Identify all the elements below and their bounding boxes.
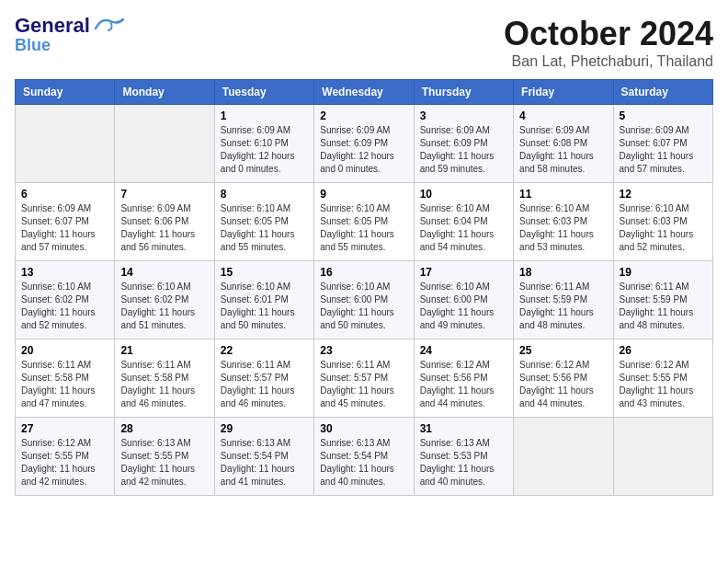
- logo: General Blue: [15, 15, 125, 55]
- calendar-cell: 13Sunrise: 6:10 AMSunset: 6:02 PMDayligh…: [16, 261, 115, 339]
- calendar-cell: 20Sunrise: 6:11 AMSunset: 5:58 PMDayligh…: [16, 339, 115, 418]
- day-number: 10: [420, 188, 507, 201]
- calendar-cell: [613, 418, 712, 496]
- calendar-cell: 5Sunrise: 6:09 AMSunset: 6:07 PMDaylight…: [613, 105, 712, 183]
- day-info: Sunrise: 6:09 AMSunset: 6:07 PMDaylight:…: [620, 124, 707, 176]
- calendar-cell: 26Sunrise: 6:12 AMSunset: 5:55 PMDayligh…: [613, 339, 712, 418]
- day-info: Sunrise: 6:09 AMSunset: 6:09 PMDaylight:…: [320, 124, 407, 176]
- day-number: 11: [519, 188, 607, 201]
- calendar-cell: 15Sunrise: 6:10 AMSunset: 6:01 PMDayligh…: [214, 261, 313, 339]
- day-number: 8: [221, 188, 308, 201]
- calendar-cell: 2Sunrise: 6:09 AMSunset: 6:09 PMDaylight…: [314, 105, 414, 183]
- day-of-week-header: Friday: [514, 80, 613, 105]
- calendar-cell: 7Sunrise: 6:09 AMSunset: 6:06 PMDaylight…: [115, 183, 214, 261]
- day-info: Sunrise: 6:11 AMSunset: 5:58 PMDaylight:…: [120, 359, 208, 410]
- calendar-week-row: 20Sunrise: 6:11 AMSunset: 5:58 PMDayligh…: [16, 339, 713, 418]
- calendar-cell: 19Sunrise: 6:11 AMSunset: 5:59 PMDayligh…: [613, 261, 712, 339]
- day-number: 15: [221, 266, 308, 279]
- day-number: 28: [120, 422, 208, 435]
- day-number: 24: [420, 344, 507, 357]
- day-number: 12: [620, 188, 707, 201]
- day-info: Sunrise: 6:11 AMSunset: 5:57 PMDaylight:…: [221, 359, 308, 410]
- day-info: Sunrise: 6:09 AMSunset: 6:06 PMDaylight:…: [120, 202, 208, 254]
- day-number: 5: [620, 109, 707, 122]
- title-section: October 2024 Ban Lat, Phetchaburi, Thail…: [504, 15, 713, 70]
- day-number: 7: [120, 188, 208, 201]
- calendar-header-row: SundayMondayTuesdayWednesdayThursdayFrid…: [16, 80, 713, 105]
- day-info: Sunrise: 6:10 AMSunset: 6:02 PMDaylight:…: [120, 281, 208, 332]
- day-info: Sunrise: 6:11 AMSunset: 5:59 PMDaylight:…: [620, 281, 707, 332]
- calendar-cell: 27Sunrise: 6:12 AMSunset: 5:55 PMDayligh…: [16, 418, 115, 496]
- calendar-cell: 22Sunrise: 6:11 AMSunset: 5:57 PMDayligh…: [214, 339, 313, 418]
- day-info: Sunrise: 6:10 AMSunset: 6:01 PMDaylight:…: [221, 281, 308, 332]
- day-info: Sunrise: 6:10 AMSunset: 6:03 PMDaylight:…: [519, 202, 607, 254]
- logo-text: General: [15, 15, 90, 37]
- day-info: Sunrise: 6:12 AMSunset: 5:55 PMDaylight:…: [21, 437, 108, 488]
- day-number: 25: [519, 344, 607, 357]
- calendar-cell: 3Sunrise: 6:09 AMSunset: 6:09 PMDaylight…: [414, 105, 513, 183]
- day-number: 27: [21, 422, 108, 435]
- day-number: 9: [320, 188, 407, 201]
- calendar-cell: [115, 105, 214, 183]
- day-info: Sunrise: 6:12 AMSunset: 5:56 PMDaylight:…: [519, 359, 607, 410]
- day-info: Sunrise: 6:10 AMSunset: 6:00 PMDaylight:…: [320, 281, 407, 332]
- day-info: Sunrise: 6:10 AMSunset: 6:04 PMDaylight:…: [420, 202, 507, 254]
- day-of-week-header: Saturday: [613, 80, 712, 105]
- day-of-week-header: Monday: [115, 80, 214, 105]
- day-number: 22: [221, 344, 308, 357]
- day-info: Sunrise: 6:09 AMSunset: 6:10 PMDaylight:…: [221, 124, 308, 176]
- calendar-week-row: 1Sunrise: 6:09 AMSunset: 6:10 PMDaylight…: [16, 105, 713, 183]
- day-of-week-header: Wednesday: [314, 80, 414, 105]
- day-info: Sunrise: 6:12 AMSunset: 5:56 PMDaylight:…: [420, 359, 507, 410]
- day-info: Sunrise: 6:10 AMSunset: 6:05 PMDaylight:…: [320, 202, 407, 254]
- calendar-cell: 11Sunrise: 6:10 AMSunset: 6:03 PMDayligh…: [514, 183, 613, 261]
- day-number: 26: [620, 344, 707, 357]
- day-number: 21: [120, 344, 208, 357]
- calendar-cell: 28Sunrise: 6:13 AMSunset: 5:55 PMDayligh…: [115, 418, 214, 496]
- month-title: October 2024: [504, 15, 713, 53]
- calendar-cell: 16Sunrise: 6:10 AMSunset: 6:00 PMDayligh…: [314, 261, 414, 339]
- calendar-cell: 24Sunrise: 6:12 AMSunset: 5:56 PMDayligh…: [414, 339, 513, 418]
- day-number: 20: [21, 344, 108, 357]
- calendar-cell: 31Sunrise: 6:13 AMSunset: 5:53 PMDayligh…: [414, 418, 513, 496]
- day-info: Sunrise: 6:12 AMSunset: 5:55 PMDaylight:…: [620, 359, 707, 410]
- day-number: 17: [420, 266, 507, 279]
- location-title: Ban Lat, Phetchaburi, Thailand: [504, 53, 713, 70]
- day-info: Sunrise: 6:11 AMSunset: 5:59 PMDaylight:…: [519, 281, 607, 332]
- day-number: 13: [21, 266, 108, 279]
- calendar-cell: 12Sunrise: 6:10 AMSunset: 6:03 PMDayligh…: [613, 183, 712, 261]
- calendar-cell: 29Sunrise: 6:13 AMSunset: 5:54 PMDayligh…: [214, 418, 313, 496]
- calendar-week-row: 6Sunrise: 6:09 AMSunset: 6:07 PMDaylight…: [16, 183, 713, 261]
- calendar-cell: 6Sunrise: 6:09 AMSunset: 6:07 PMDaylight…: [16, 183, 115, 261]
- day-of-week-header: Thursday: [414, 80, 513, 105]
- calendar-cell: 30Sunrise: 6:13 AMSunset: 5:54 PMDayligh…: [314, 418, 414, 496]
- day-info: Sunrise: 6:13 AMSunset: 5:54 PMDaylight:…: [320, 437, 407, 488]
- day-info: Sunrise: 6:10 AMSunset: 6:02 PMDaylight:…: [21, 281, 108, 332]
- day-number: 23: [320, 344, 407, 357]
- logo-blue-text: Blue: [15, 37, 51, 55]
- calendar-cell: 25Sunrise: 6:12 AMSunset: 5:56 PMDayligh…: [514, 339, 613, 418]
- calendar-cell: 14Sunrise: 6:10 AMSunset: 6:02 PMDayligh…: [115, 261, 214, 339]
- day-info: Sunrise: 6:10 AMSunset: 6:00 PMDaylight:…: [420, 281, 507, 332]
- calendar-cell: 9Sunrise: 6:10 AMSunset: 6:05 PMDaylight…: [314, 183, 414, 261]
- day-number: 29: [221, 422, 308, 435]
- calendar-cell: [16, 105, 115, 183]
- calendar-table: SundayMondayTuesdayWednesdayThursdayFrid…: [15, 79, 713, 496]
- day-number: 31: [420, 422, 507, 435]
- day-info: Sunrise: 6:13 AMSunset: 5:55 PMDaylight:…: [120, 437, 208, 488]
- calendar-cell: 23Sunrise: 6:11 AMSunset: 5:57 PMDayligh…: [314, 339, 414, 418]
- day-info: Sunrise: 6:09 AMSunset: 6:07 PMDaylight:…: [21, 202, 108, 254]
- calendar-cell: 8Sunrise: 6:10 AMSunset: 6:05 PMDaylight…: [214, 183, 313, 261]
- day-number: 30: [320, 422, 407, 435]
- day-info: Sunrise: 6:09 AMSunset: 6:09 PMDaylight:…: [420, 124, 507, 176]
- day-number: 3: [420, 109, 507, 122]
- day-number: 16: [320, 266, 407, 279]
- calendar-cell: 1Sunrise: 6:09 AMSunset: 6:10 PMDaylight…: [214, 105, 313, 183]
- logo-bird-icon: [92, 16, 125, 36]
- calendar-cell: 17Sunrise: 6:10 AMSunset: 6:00 PMDayligh…: [414, 261, 513, 339]
- day-of-week-header: Tuesday: [214, 80, 313, 105]
- day-number: 4: [519, 109, 607, 122]
- day-number: 1: [221, 109, 308, 122]
- day-number: 18: [519, 266, 607, 279]
- day-info: Sunrise: 6:09 AMSunset: 6:08 PMDaylight:…: [519, 124, 607, 176]
